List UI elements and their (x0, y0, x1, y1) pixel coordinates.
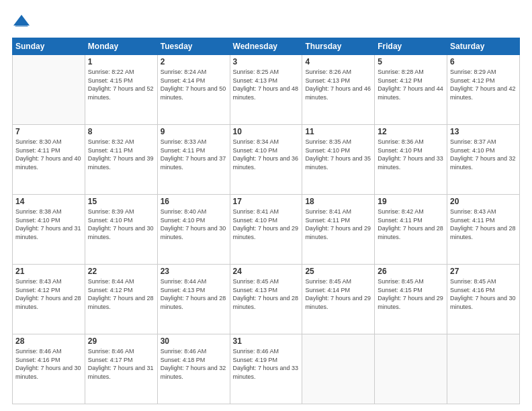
day-info: Sunrise: 8:24 AMSunset: 4:14 PMDaylight:… (161, 68, 227, 101)
daylight-text: Daylight: 7 hours and 28 minutes. (378, 224, 444, 241)
daylight-text: Daylight: 7 hours and 42 minutes. (450, 85, 517, 101)
sunset-text: Sunset: 4:13 PM (233, 286, 300, 295)
sunrise-text: Sunrise: 8:32 AM (88, 138, 154, 146)
day-info: Sunrise: 8:46 AMSunset: 4:19 PMDaylight:… (233, 347, 300, 381)
calendar-cell: 20Sunrise: 8:43 AMSunset: 4:11 PMDayligh… (447, 195, 520, 265)
calendar-cell: 6Sunrise: 8:29 AMSunset: 4:12 PMDaylight… (447, 55, 520, 125)
week-row-4: 28Sunrise: 8:46 AMSunset: 4:16 PMDayligh… (13, 334, 520, 404)
header-day-sunday: Sunday (13, 38, 85, 55)
day-info: Sunrise: 8:46 AMSunset: 4:17 PMDaylight:… (88, 347, 154, 381)
day-number: 9 (161, 127, 227, 136)
sunrise-text: Sunrise: 8:33 AM (161, 138, 227, 146)
daylight-text: Daylight: 7 hours and 37 minutes. (161, 154, 227, 171)
calendar-cell: 27Sunrise: 8:45 AMSunset: 4:16 PMDayligh… (447, 265, 520, 334)
day-number: 4 (305, 57, 371, 66)
calendar-cell: 23Sunrise: 8:44 AMSunset: 4:13 PMDayligh… (157, 265, 230, 334)
day-info: Sunrise: 8:45 AMSunset: 4:14 PMDaylight:… (305, 277, 371, 311)
day-number: 27 (450, 267, 517, 276)
calendar-cell: 31Sunrise: 8:46 AMSunset: 4:19 PMDayligh… (230, 334, 302, 404)
sunset-text: Sunset: 4:13 PM (305, 77, 371, 85)
day-number: 18 (305, 197, 371, 206)
sunrise-text: Sunrise: 8:46 AM (88, 347, 154, 356)
calendar-cell (375, 334, 447, 404)
sunset-text: Sunset: 4:17 PM (88, 356, 154, 365)
sunset-text: Sunset: 4:11 PM (88, 146, 154, 155)
sunset-text: Sunset: 4:13 PM (233, 77, 300, 85)
week-row-1: 7Sunrise: 8:30 AMSunset: 4:11 PMDaylight… (13, 125, 520, 195)
calendar-cell: 9Sunrise: 8:33 AMSunset: 4:11 PMDaylight… (157, 125, 230, 195)
day-info: Sunrise: 8:32 AMSunset: 4:11 PMDaylight:… (88, 138, 154, 171)
sunrise-text: Sunrise: 8:45 AM (233, 277, 300, 286)
daylight-text: Daylight: 7 hours and 35 minutes. (305, 154, 371, 171)
sunrise-text: Sunrise: 8:22 AM (88, 68, 154, 77)
sunrise-text: Sunrise: 8:40 AM (161, 208, 227, 216)
day-number: 24 (233, 267, 300, 276)
sunrise-text: Sunrise: 8:41 AM (233, 208, 300, 216)
sunset-text: Sunset: 4:10 PM (233, 216, 300, 225)
daylight-text: Daylight: 7 hours and 29 minutes. (305, 294, 371, 311)
day-number: 30 (161, 336, 227, 346)
day-info: Sunrise: 8:35 AMSunset: 4:10 PMDaylight:… (305, 138, 371, 171)
sunrise-text: Sunrise: 8:45 AM (378, 277, 444, 286)
day-number: 19 (378, 197, 444, 206)
day-info: Sunrise: 8:44 AMSunset: 4:13 PMDaylight:… (161, 277, 227, 311)
sunset-text: Sunset: 4:15 PM (378, 286, 444, 295)
sunset-text: Sunset: 4:16 PM (15, 356, 82, 365)
calendar-cell: 21Sunrise: 8:43 AMSunset: 4:12 PMDayligh… (13, 265, 85, 334)
calendar-cell (13, 55, 85, 125)
sunset-text: Sunset: 4:10 PM (378, 146, 444, 155)
day-number: 22 (88, 267, 154, 276)
sunrise-text: Sunrise: 8:30 AM (15, 138, 82, 146)
sunset-text: Sunset: 4:14 PM (305, 286, 371, 295)
day-info: Sunrise: 8:22 AMSunset: 4:15 PMDaylight:… (88, 68, 154, 101)
calendar-cell: 15Sunrise: 8:39 AMSunset: 4:10 PMDayligh… (85, 195, 157, 265)
header-day-tuesday: Tuesday (157, 38, 230, 55)
day-number: 23 (161, 267, 227, 276)
day-number: 1 (88, 57, 154, 66)
calendar-cell: 28Sunrise: 8:46 AMSunset: 4:16 PMDayligh… (13, 334, 85, 404)
day-info: Sunrise: 8:41 AMSunset: 4:10 PMDaylight:… (233, 208, 300, 241)
daylight-text: Daylight: 7 hours and 32 minutes. (450, 154, 517, 171)
sunrise-text: Sunrise: 8:39 AM (88, 208, 154, 216)
day-number: 2 (161, 57, 227, 66)
day-info: Sunrise: 8:45 AMSunset: 4:13 PMDaylight:… (233, 277, 300, 311)
sunrise-text: Sunrise: 8:36 AM (378, 138, 444, 146)
day-number: 26 (378, 267, 444, 276)
sunrise-text: Sunrise: 8:29 AM (450, 68, 517, 77)
sunrise-text: Sunrise: 8:28 AM (378, 68, 444, 77)
day-info: Sunrise: 8:40 AMSunset: 4:10 PMDaylight:… (161, 208, 227, 241)
sunrise-text: Sunrise: 8:43 AM (15, 277, 82, 286)
daylight-text: Daylight: 7 hours and 30 minutes. (161, 224, 227, 241)
header-day-thursday: Thursday (302, 38, 375, 55)
day-number: 11 (305, 127, 371, 136)
day-info: Sunrise: 8:43 AMSunset: 4:12 PMDaylight:… (15, 277, 82, 311)
day-number: 12 (378, 127, 444, 136)
sunset-text: Sunset: 4:10 PM (233, 146, 300, 155)
sunrise-text: Sunrise: 8:41 AM (305, 208, 371, 216)
daylight-text: Daylight: 7 hours and 29 minutes. (305, 224, 371, 241)
sunset-text: Sunset: 4:18 PM (161, 356, 227, 365)
sunrise-text: Sunrise: 8:25 AM (233, 68, 300, 77)
logo (12, 12, 34, 31)
sunrise-text: Sunrise: 8:38 AM (15, 208, 82, 216)
daylight-text: Daylight: 7 hours and 28 minutes. (88, 294, 154, 311)
calendar-cell: 26Sunrise: 8:45 AMSunset: 4:15 PMDayligh… (375, 265, 447, 334)
calendar-cell: 24Sunrise: 8:45 AMSunset: 4:13 PMDayligh… (230, 265, 302, 334)
header (12, 12, 520, 31)
header-day-monday: Monday (85, 38, 157, 55)
sunset-text: Sunset: 4:11 PM (450, 216, 517, 225)
sunset-text: Sunset: 4:12 PM (378, 77, 444, 85)
day-info: Sunrise: 8:43 AMSunset: 4:11 PMDaylight:… (450, 208, 517, 241)
daylight-text: Daylight: 7 hours and 52 minutes. (88, 85, 154, 101)
sunrise-text: Sunrise: 8:43 AM (450, 208, 517, 216)
sunset-text: Sunset: 4:11 PM (305, 216, 371, 225)
calendar-table: SundayMondayTuesdayWednesdayThursdayFrid… (12, 38, 520, 404)
sunset-text: Sunset: 4:12 PM (88, 286, 154, 295)
sunset-text: Sunset: 4:12 PM (450, 77, 517, 85)
day-info: Sunrise: 8:30 AMSunset: 4:11 PMDaylight:… (15, 138, 82, 171)
daylight-text: Daylight: 7 hours and 30 minutes. (450, 294, 517, 311)
calendar-cell: 7Sunrise: 8:30 AMSunset: 4:11 PMDaylight… (13, 125, 85, 195)
sunrise-text: Sunrise: 8:37 AM (450, 138, 517, 146)
daylight-text: Daylight: 7 hours and 33 minutes. (378, 154, 444, 171)
daylight-text: Daylight: 7 hours and 46 minutes. (305, 85, 371, 101)
